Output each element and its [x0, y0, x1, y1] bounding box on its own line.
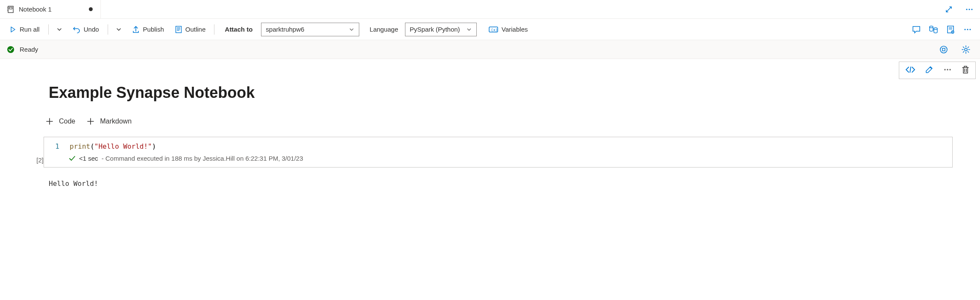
svg-point-30: [949, 69, 951, 70]
run-menu-button[interactable]: [53, 24, 66, 35]
publish-label: Publish: [143, 26, 164, 33]
tab-bar: Notebook 1: [0, 0, 980, 19]
svg-point-24: [940, 46, 947, 53]
notebook-tab[interactable]: Notebook 1: [3, 0, 101, 18]
svg-point-5: [966, 9, 967, 10]
play-icon: [9, 26, 16, 33]
cell-more-button[interactable]: [943, 65, 952, 75]
comment-icon: [912, 25, 921, 34]
publish-icon: [132, 26, 140, 33]
cell-output: Hello World!: [49, 179, 953, 188]
content-area: Example Synapse Notebook Code Markdown […: [0, 59, 980, 188]
expand-icon[interactable]: [942, 2, 956, 17]
run-all-button[interactable]: Run all: [5, 23, 44, 35]
notebook-icon: [7, 6, 15, 13]
add-markdown-button[interactable]: Markdown: [86, 117, 132, 126]
plus-icon: [45, 117, 54, 126]
execution-duration: <1 sec: [79, 155, 98, 162]
attach-to-value: sparktruhpw6: [266, 26, 304, 33]
add-code-label: Code: [59, 118, 75, 125]
code-token-paren: ): [152, 142, 156, 150]
chevron-down-icon: [56, 26, 62, 32]
execution-count: [2]: [27, 137, 44, 168]
svg-point-22: [969, 29, 971, 30]
code-token-fn: print: [70, 142, 90, 150]
toolbar: Run all Undo Publish Outline Attach to s…: [0, 19, 980, 40]
properties-button[interactable]: [943, 22, 958, 37]
stop-session-button[interactable]: [936, 42, 951, 57]
svg-point-26: [965, 48, 967, 51]
toolbar-more-button[interactable]: [960, 22, 975, 37]
tab-actions: [942, 0, 977, 19]
divider: [48, 24, 49, 35]
more-icon: [943, 65, 952, 74]
variables-button[interactable]: (x) Variables: [484, 23, 532, 35]
plus-icon: [86, 117, 95, 126]
code-token-paren: (: [90, 142, 94, 150]
svg-point-7: [971, 9, 972, 10]
attach-to-select[interactable]: sparktruhpw6: [261, 23, 359, 36]
trash-icon: [962, 65, 969, 74]
svg-point-23: [7, 46, 14, 53]
status-bar: Ready: [0, 40, 980, 59]
divider: [108, 24, 108, 35]
outline-label: Outline: [185, 26, 206, 33]
variables-icon: (x): [489, 26, 498, 33]
edit-button[interactable]: [925, 65, 933, 75]
code-line[interactable]: 1 print("Hello World!"): [44, 142, 952, 150]
undo-label: Undo: [84, 26, 99, 33]
execution-detail: - Command executed in 188 ms by Jessica.…: [102, 155, 303, 162]
code-token-string: "Hello World!": [94, 142, 152, 150]
pencil-icon: [925, 65, 933, 74]
code-cell-wrapper: [2] 1 print("Hello World!") <1 sec - Com…: [27, 137, 953, 168]
data-wrangler-button[interactable]: [926, 22, 941, 37]
data-icon: [929, 25, 938, 34]
more-icon[interactable]: [962, 2, 977, 17]
stop-icon: [939, 45, 948, 54]
status-actions: [936, 42, 973, 57]
svg-text:(x): (x): [491, 28, 498, 32]
svg-point-21: [967, 29, 968, 30]
svg-rect-25: [942, 48, 945, 51]
success-icon: [7, 46, 15, 53]
chevron-down-icon: [349, 26, 355, 32]
settings-button[interactable]: [959, 42, 973, 57]
chevron-down-icon: [116, 26, 122, 32]
more-icon: [963, 25, 972, 34]
delete-button[interactable]: [962, 65, 969, 75]
execution-info: <1 sec - Command executed in 188 ms by J…: [44, 150, 952, 162]
language-select[interactable]: PySpark (Python): [405, 23, 477, 36]
svg-point-20: [964, 29, 965, 30]
undo-icon: [73, 26, 80, 33]
page-title: Example Synapse Notebook: [49, 84, 953, 102]
undo-menu-button[interactable]: [112, 24, 125, 35]
add-code-button[interactable]: Code: [45, 117, 75, 126]
publish-button[interactable]: Publish: [128, 23, 168, 36]
chevron-down-icon: [466, 26, 472, 32]
status-text: Ready: [20, 46, 38, 53]
convert-code-button[interactable]: [905, 66, 915, 75]
language-value: PySpark (Python): [410, 26, 460, 33]
gear-icon: [962, 45, 970, 54]
cell-toolbar: [899, 62, 976, 79]
attach-to-label: Attach to: [219, 26, 258, 33]
code-icon: [905, 66, 915, 74]
undo-button[interactable]: Undo: [68, 23, 103, 36]
comments-button[interactable]: [909, 22, 924, 37]
svg-line-27: [910, 67, 911, 73]
check-icon: [69, 155, 76, 162]
svg-point-29: [947, 69, 948, 70]
svg-point-6: [968, 9, 970, 10]
language-label: Language: [362, 26, 402, 33]
add-cell-row: Code Markdown: [45, 117, 953, 126]
add-markdown-label: Markdown: [100, 118, 132, 125]
svg-point-14: [930, 26, 933, 28]
outline-icon: [175, 26, 182, 33]
outline-button[interactable]: Outline: [171, 23, 210, 36]
unsaved-indicator-icon: [89, 7, 93, 11]
svg-rect-1: [9, 7, 12, 9]
code-cell[interactable]: 1 print("Hello World!") <1 sec - Command…: [44, 137, 953, 168]
line-number: 1: [53, 142, 70, 150]
properties-icon: [947, 25, 954, 34]
variables-label: Variables: [502, 26, 528, 33]
